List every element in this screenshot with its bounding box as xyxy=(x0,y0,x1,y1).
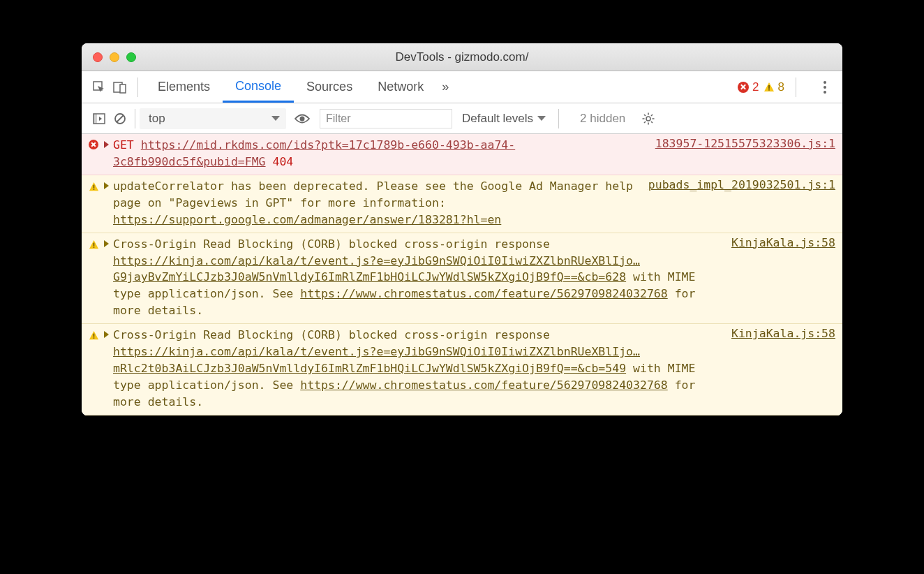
disclosure-triangle-icon[interactable] xyxy=(104,141,109,148)
divider xyxy=(558,109,559,128)
maximize-window-button[interactable] xyxy=(126,52,136,62)
error-counter[interactable]: 2 xyxy=(738,80,759,94)
error-icon xyxy=(738,82,749,93)
divider xyxy=(796,78,796,97)
console-row-error[interactable]: GET https://mid.rkdms.com/ids?ptk=17c178… xyxy=(82,134,842,175)
tab-console[interactable]: Console xyxy=(223,71,294,103)
http-method: GET xyxy=(113,138,134,152)
message-text: updateCorrelator has been deprecated. Pl… xyxy=(113,178,640,228)
close-window-button[interactable] xyxy=(93,52,103,62)
source-link[interactable]: 183957-12515575323306.js:1 xyxy=(655,137,835,170)
console-log: GET https://mid.rkdms.com/ids?ptk=17c178… xyxy=(82,134,842,415)
svg-line-15 xyxy=(644,115,646,116)
gear-icon[interactable] xyxy=(638,108,659,129)
source-link[interactable]: KinjaKala.js:58 xyxy=(731,327,835,411)
warning-icon xyxy=(763,82,775,93)
svg-point-9 xyxy=(300,116,305,121)
message-text: GET https://mid.rkdms.com/ids?ptk=17c178… xyxy=(113,137,647,170)
clear-console-icon[interactable] xyxy=(110,108,131,129)
chevron-down-icon xyxy=(271,116,280,121)
status-code: 404 xyxy=(272,155,293,168)
console-row-warning[interactable]: Cross-Origin Read Blocking (CORB) blocke… xyxy=(82,233,842,325)
divider xyxy=(135,109,135,128)
disclosure-triangle-icon[interactable] xyxy=(104,331,109,338)
device-toolbar-icon[interactable] xyxy=(110,77,131,98)
context-value: top xyxy=(149,112,165,126)
warning-counter[interactable]: 8 xyxy=(763,80,784,94)
warning-icon xyxy=(89,236,103,320)
svg-rect-24 xyxy=(94,338,95,339)
context-selector[interactable]: top xyxy=(140,108,286,129)
source-link[interactable]: KinjaKala.js:58 xyxy=(731,236,835,320)
filter-input[interactable] xyxy=(320,109,452,128)
toggle-sidebar-icon[interactable] xyxy=(89,108,110,129)
request-url[interactable]: https://mid.rkdms.com/ids?ptk=17c1789b-e… xyxy=(113,138,515,168)
svg-rect-23 xyxy=(94,334,95,337)
svg-rect-22 xyxy=(94,246,95,248)
warning-icon xyxy=(89,178,103,228)
window-title: DevTools - gizmodo.com/ xyxy=(82,50,842,64)
divider xyxy=(137,78,138,97)
live-expression-icon[interactable] xyxy=(292,108,313,129)
tab-overflow[interactable]: » xyxy=(436,71,454,103)
svg-rect-2 xyxy=(120,84,126,93)
chevron-down-icon xyxy=(537,116,546,121)
svg-line-16 xyxy=(651,122,653,123)
inspect-element-icon[interactable] xyxy=(89,77,110,98)
svg-rect-20 xyxy=(94,189,95,190)
source-link[interactable]: pubads_impl_2019032501.js:1 xyxy=(648,178,835,228)
hidden-messages[interactable]: 2 hidden xyxy=(580,112,625,126)
svg-line-8 xyxy=(117,115,124,122)
tabbar-right: 2 8 xyxy=(738,78,835,97)
docs-link[interactable]: https://www.chromestatus.com/feature/562… xyxy=(300,287,668,300)
docs-link[interactable]: https://www.chromestatus.com/feature/562… xyxy=(300,378,668,392)
svg-rect-21 xyxy=(94,242,95,246)
devtools-window: DevTools - gizmodo.com/ Elements Console… xyxy=(82,43,842,415)
svg-line-18 xyxy=(651,115,653,116)
tab-sources[interactable]: Sources xyxy=(294,71,365,103)
message-text: Cross-Origin Read Blocking (CORB) blocke… xyxy=(113,327,723,411)
help-link[interactable]: https://support.google.com/admanager/ans… xyxy=(113,213,501,226)
main-tabbar: Elements Console Sources Network » 2 8 xyxy=(82,71,842,103)
warning-icon xyxy=(89,327,103,411)
console-row-warning[interactable]: Cross-Origin Read Blocking (CORB) blocke… xyxy=(82,324,842,415)
traffic-lights xyxy=(82,52,136,62)
disclosure-triangle-icon[interactable] xyxy=(104,240,109,247)
console-toolbar: top Default levels 2 hidden xyxy=(82,103,842,134)
svg-rect-3 xyxy=(768,85,770,89)
levels-label: Default levels xyxy=(462,112,533,126)
svg-rect-6 xyxy=(94,114,97,124)
warning-count: 8 xyxy=(778,80,784,94)
svg-line-17 xyxy=(644,122,646,123)
tab-elements[interactable]: Elements xyxy=(145,71,223,103)
error-count: 2 xyxy=(752,80,759,94)
blocked-url[interactable]: https://kinja.com/api/kala/t/event.js?e=… xyxy=(113,254,640,284)
log-levels-selector[interactable]: Default levels xyxy=(462,112,546,126)
error-icon xyxy=(89,140,98,149)
minimize-window-button[interactable] xyxy=(110,52,119,62)
svg-rect-19 xyxy=(94,185,95,189)
message-text: Cross-Origin Read Blocking (CORB) blocke… xyxy=(113,236,723,320)
kebab-menu-icon[interactable] xyxy=(814,81,835,94)
svg-rect-4 xyxy=(768,89,770,91)
console-row-warning[interactable]: updateCorrelator has been deprecated. Pl… xyxy=(82,175,842,233)
blocked-url[interactable]: https://kinja.com/api/kala/t/event.js?e=… xyxy=(113,345,640,375)
disclosure-triangle-icon[interactable] xyxy=(104,182,109,189)
titlebar: DevTools - gizmodo.com/ xyxy=(82,43,842,71)
tab-network[interactable]: Network xyxy=(365,71,436,103)
svg-point-10 xyxy=(646,117,650,121)
